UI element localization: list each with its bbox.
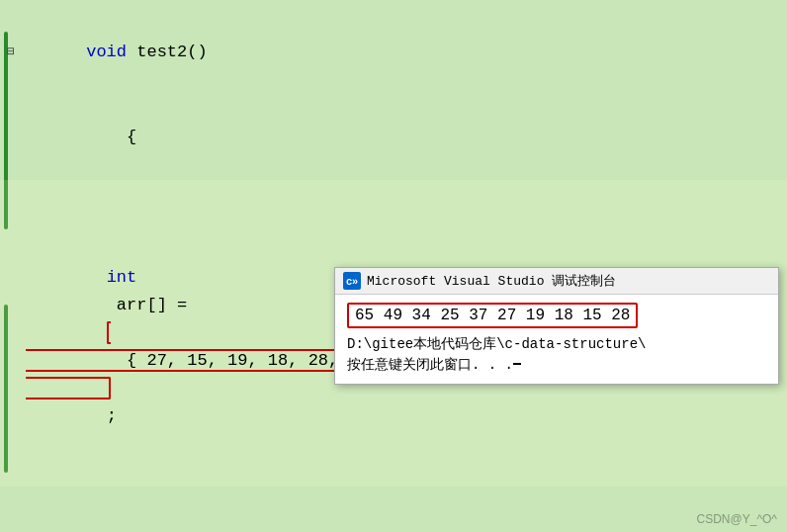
code-line-void-test2: ⊟ void test2() [0, 10, 787, 95]
path-line1: D:\gitee本地代码仓库\c-data-structure\ [347, 336, 646, 352]
line-content: void test2() [22, 11, 208, 94]
console-window: c» Microsoft Visual Studio 调试控制台 65 49 3… [334, 267, 779, 385]
path-line2: 按任意键关闭此窗口. . . [347, 357, 513, 373]
collapse-icon-test2[interactable]: ⊟ [0, 39, 22, 66]
line-content: HP hp; [22, 488, 135, 532]
console-body: 65 49 34 25 37 27 19 18 15 28 D:\gitee本地… [335, 295, 778, 384]
keyword-int: int [107, 268, 137, 287]
vs-icon: c» [343, 272, 361, 290]
keyword-void: void [86, 43, 127, 61]
console-titlebar: c» Microsoft Visual Studio 调试控制台 [335, 268, 778, 295]
brace: { [86, 128, 136, 146]
watermark: CSDN@Y_^O^ [697, 512, 777, 526]
code-line-hp: HP hp; [0, 487, 787, 532]
arr-decl: arr[] = [107, 296, 198, 314]
console-output: 65 49 34 25 37 27 19 18 15 28 [347, 303, 638, 328]
line-content: { [22, 96, 136, 179]
console-path: D:\gitee本地代码仓库\c-data-structure\ 按任意键关闭此… [347, 334, 766, 376]
code-editor: ⊟ void test2() { int arr[] = { 27, 15, 1… [0, 0, 787, 532]
console-title: Microsoft Visual Studio 调试控制台 [367, 272, 616, 290]
code-line-open-brace: { [0, 95, 787, 180]
func-name: test2() [127, 43, 208, 61]
cursor-blink [513, 363, 521, 365]
semicolon: ; [107, 406, 117, 425]
console-output-highlight-line: 65 49 34 25 37 27 19 18 15 28 [347, 303, 766, 334]
